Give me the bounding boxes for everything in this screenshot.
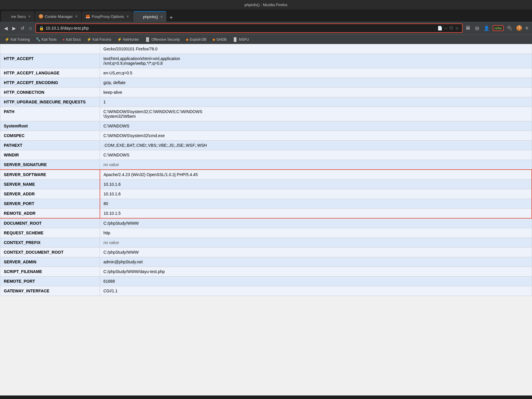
kali-forums-icon: ⚡ xyxy=(87,37,91,42)
table-value: no value xyxy=(100,238,532,248)
table-row: REMOTE_PORT61688 xyxy=(0,277,532,286)
forward-button[interactable]: ▶ xyxy=(11,24,18,32)
tab-label-cookie: Cookie Manager xyxy=(45,14,73,19)
table-value: C:/phpStudy/WWW/dayu-test.php xyxy=(100,267,532,277)
bookmark-offensive-security[interactable]: ▐▌ Offensive Security xyxy=(142,37,182,42)
kali-training-icon: ⚡ xyxy=(5,37,9,42)
tab-label-foxy: FoxyProxy Options xyxy=(92,14,124,19)
address-text[interactable]: 10.10.1.6/dayu-test.php xyxy=(46,26,437,30)
reload-button[interactable]: ↺ xyxy=(19,24,26,32)
tab-close-cookie[interactable]: ✕ xyxy=(75,15,78,18)
table-row: SERVER_SIGNATUREno value xyxy=(0,160,532,170)
msfu-icon: ▐▌ xyxy=(232,37,238,42)
tab-favicon-foxy: 🦊 xyxy=(85,14,90,19)
tab-label-phpinfo: phpinfo() xyxy=(143,15,158,19)
table-key xyxy=(0,44,100,54)
table-row: CONTEXT_DOCUMENT_ROOTC:/phpStudy/WWW xyxy=(0,248,532,257)
tab-close-offensive[interactable]: ✕ xyxy=(28,15,31,18)
nethunter-icon: ⚡ xyxy=(117,37,122,42)
table-key: SERVER_SOFTWARE xyxy=(0,170,100,180)
table-value: gzip, deflate xyxy=(100,78,532,88)
table-row: HTTP_UPGRADE_INSECURE_REQUESTS1 xyxy=(0,97,532,107)
bookmark-label-msfu: MSFU xyxy=(239,37,249,42)
tab-close-foxy[interactable]: ✕ xyxy=(126,15,129,18)
table-key: PATH xyxy=(0,107,100,121)
bookmark-kali-forums[interactable]: ⚡ Kali Forums xyxy=(84,37,114,42)
tab-close-phpinfo[interactable]: ✕ xyxy=(160,15,163,19)
home-button[interactable]: ⌂ xyxy=(27,24,34,32)
container-icon[interactable]: ⊟ xyxy=(474,24,480,32)
table-key: SERVER_NAME xyxy=(0,180,100,189)
title-bar: phpinfo() - Mozilla Firefox xyxy=(0,0,532,9)
account-icon[interactable]: 👤 xyxy=(482,24,491,32)
table-key: COMSPEC xyxy=(0,131,100,141)
table-key: PATHEXT xyxy=(0,141,100,150)
star-icon[interactable]: ☆ xyxy=(455,26,459,30)
shield-icon[interactable]: 🛡 xyxy=(449,26,453,30)
table-row: HTTP_ACCEPTtext/html,application/xhtml+x… xyxy=(0,54,532,68)
offensive-security-icon: ▐▌ xyxy=(145,37,150,42)
table-key: CONTEXT_PREFIX xyxy=(0,238,100,248)
more-icon[interactable]: ··· xyxy=(444,26,448,30)
library-icon[interactable]: 🏛 xyxy=(464,24,472,32)
table-key: DOCUMENT_ROOT xyxy=(0,218,100,228)
rege-extension-badge[interactable]: reGe xyxy=(493,25,504,31)
table-row: SCRIPT_FILENAMEC:/phpStudy/WWW/dayu-test… xyxy=(0,267,532,277)
lock-icon: 🔒 xyxy=(39,26,44,30)
table-value: Gecko/20100101 Firefox/78.0 xyxy=(100,44,532,54)
table-key: HTTP_ACCEPT xyxy=(0,54,100,68)
table-key: REQUEST_SCHEME xyxy=(0,228,100,238)
table-row: Gecko/20100101 Firefox/78.0 xyxy=(0,44,532,54)
table-row: COMSPECC:\WINDOWS\system32\cmd.exe xyxy=(0,131,532,141)
table-key: HTTP_CONNECTION xyxy=(0,88,100,97)
table-key: REMOTE_PORT xyxy=(0,277,100,286)
bookmark-label-kali-docs: Kali Docs xyxy=(66,37,81,42)
tab-favicon-phpinfo xyxy=(137,14,141,19)
table-key: SERVER_PORT xyxy=(0,199,100,209)
bookmark-nethunter[interactable]: ⚡ NetHunter xyxy=(115,37,141,42)
bookmark-kali-docs[interactable]: ● Kali Docs xyxy=(60,37,83,42)
table-row: SERVER_ADMINadmin@phpStudy.net xyxy=(0,257,532,267)
table-key: HTTP_UPGRADE_INSECURE_REQUESTS xyxy=(0,97,100,107)
bookmark-label-exploit-db: Exploit-DB xyxy=(190,37,207,42)
table-value: en-US,en;q=0.5 xyxy=(100,68,532,78)
bookmark-kali-training[interactable]: ⚡ Kali Training xyxy=(2,37,32,42)
bookmark-exploit-db[interactable]: ◆ Exploit-DB xyxy=(183,37,209,42)
table-row: HTTP_CONNECTIONkeep-alive xyxy=(0,88,532,97)
exploit-db-icon: ◆ xyxy=(186,37,189,42)
table-value: no value xyxy=(100,160,532,170)
table-row: SERVER_PORT80 xyxy=(0,199,532,209)
table-key: SERVER_ADDR xyxy=(0,189,100,199)
bookmark-label-ghdb: GHDB xyxy=(216,37,227,42)
tab-bar: ive Secu ✕ 🍪 Cookie Manager ✕ 🦊 FoxyProx… xyxy=(0,9,532,22)
table-value: http xyxy=(100,228,532,238)
table-key: SERVER_ADMIN xyxy=(0,257,100,267)
table-value: 10.10.1.6 xyxy=(100,180,532,189)
bookmarks-bar: ⚡ Kali Training 🔧 Kali Tools ● Kali Docs… xyxy=(0,35,532,44)
new-tab-button[interactable]: + xyxy=(167,13,175,22)
bookmark-ghdb[interactable]: ◆ GHDB xyxy=(210,37,229,42)
tab-phpinfo[interactable]: phpinfo() ✕ xyxy=(133,11,166,22)
table-row: REMOTE_ADDR10.10.1.5 xyxy=(0,209,532,219)
tab-offensive-sec[interactable]: ive Secu ✕ xyxy=(1,11,34,22)
table-value: Apache/2.4.23 (Win32) OpenSSL/1.0.2j PHP… xyxy=(100,170,532,180)
table-value: C:\WINDOWS\system32\cmd.exe xyxy=(100,131,532,141)
bookmark-msfu[interactable]: ▐▌ MSFU xyxy=(230,37,251,42)
table-key: GATEWAY_INTERFACE xyxy=(0,286,100,296)
menu-icon[interactable]: ≡ xyxy=(524,24,530,32)
table-value: 1 xyxy=(100,97,532,107)
extensions-icon[interactable]: 🔌 xyxy=(505,24,514,32)
bookmark-kali-tools[interactable]: 🔧 Kali Tools xyxy=(33,37,59,42)
table-row: SERVER_ADDR10.10.1.6 xyxy=(0,189,532,199)
table-value: C:\WINDOWS xyxy=(100,150,532,160)
table-value: C:/phpStudy/WWW xyxy=(100,218,532,228)
table-row: GATEWAY_INTERFACECGI/1.1 xyxy=(0,286,532,296)
back-button[interactable]: ◀ xyxy=(2,24,9,32)
bookmark-label-nethunter: NetHunter xyxy=(123,37,139,42)
cookie-icon[interactable]: 🍪 xyxy=(516,25,522,31)
table-row: SystemRootC:\WINDOWS xyxy=(0,121,532,131)
table-row: REQUEST_SCHEMEhttp xyxy=(0,228,532,238)
tab-foxyproxy[interactable]: 🦊 FoxyProxy Options ✕ xyxy=(82,11,132,22)
reader-icon[interactable]: 📄 xyxy=(437,26,442,30)
tab-cookie-manager[interactable]: 🍪 Cookie Manager ✕ xyxy=(35,11,81,22)
